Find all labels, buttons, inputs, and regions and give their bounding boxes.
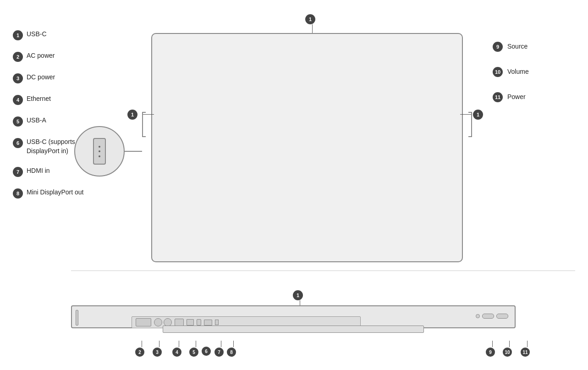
badge-right-1: 1 <box>473 110 483 120</box>
page: 1 USB-C 2 AC power 3 DC power 4 Ethernet… <box>0 0 588 370</box>
zoom-inner <box>93 138 106 165</box>
badge-left-1: 1 <box>127 110 137 120</box>
btn-pill-10 <box>482 314 494 319</box>
badge-bottom-10: 10 <box>503 348 512 357</box>
bottom-badge-1: 1 <box>293 290 303 300</box>
top-section: 1 USB-C 2 AC power 3 DC power 4 Ethernet… <box>0 0 588 266</box>
label-text-3: DC power <box>27 73 55 82</box>
port-minidp <box>215 320 219 325</box>
label-text-2: AC power <box>27 51 55 61</box>
right-side-badge-area: 1 <box>460 109 487 120</box>
badge-4: 4 <box>13 95 23 105</box>
bottom-section: 1 <box>0 275 588 370</box>
zoom-dot-3 <box>99 155 100 157</box>
label-item-8: 8 Mini DisplayPort out <box>13 188 123 199</box>
bottom-label-5: 5 <box>189 341 202 357</box>
bottom-label-11: 11 <box>521 341 533 357</box>
badge-bottom-8: 8 <box>227 348 236 357</box>
left-labels: 1 USB-C 2 AC power 3 DC power 4 Ethernet… <box>13 30 123 210</box>
badge-bottom-4: 4 <box>172 348 181 357</box>
badge-10: 10 <box>493 67 503 77</box>
label-item-3: 3 DC power <box>13 73 123 83</box>
badge-bottom-6: 6 <box>202 347 211 356</box>
badge-bottom-2: 2 <box>135 348 144 357</box>
badge-2: 2 <box>13 52 23 62</box>
label-item-1: 1 USB-C <box>13 30 123 40</box>
right-label-item-11: 11 Power <box>493 92 575 102</box>
badge-top-1: 1 <box>305 14 315 24</box>
line-10 <box>509 341 510 347</box>
line-2 <box>142 341 142 347</box>
line-8 <box>233 341 234 347</box>
device-body <box>71 305 516 328</box>
label-item-2: 2 AC power <box>13 51 123 62</box>
device-stand <box>163 326 424 333</box>
bottom-label-2: 2 <box>135 341 148 357</box>
label-text-7: HDMI in <box>27 166 50 176</box>
label-item-5: 5 USB-A <box>13 116 123 127</box>
badge-5: 5 <box>13 116 23 127</box>
port-usbc <box>197 319 201 326</box>
line-4 <box>179 341 179 347</box>
bottom-label-10: 10 <box>503 341 516 357</box>
bottom-label-9: 9 <box>486 341 499 357</box>
port-dc-1 <box>154 318 162 326</box>
badge-bottom-3: 3 <box>153 348 162 357</box>
bottom-label-4: 4 <box>172 341 185 357</box>
zoom-circle <box>74 126 125 177</box>
badge-3: 3 <box>13 73 23 83</box>
port-hdmi <box>204 320 212 326</box>
right-side-line <box>460 114 471 115</box>
badge-6: 6 <box>13 138 23 148</box>
label-text-10: Volume <box>507 67 529 77</box>
right-labels: 9 Source 10 Volume 11 Power <box>493 41 575 117</box>
zoom-dot-1 <box>99 146 100 148</box>
label-text-8: Mini DisplayPort out <box>27 188 84 197</box>
badge-9: 9 <box>493 42 503 52</box>
bottom-device-diagram: 1 <box>71 289 516 348</box>
badge-bottom-9: 9 <box>486 348 495 357</box>
badge-bottom-7: 7 <box>214 348 224 357</box>
badge-8: 8 <box>13 188 23 199</box>
bottom-label-6: 6 <box>202 346 214 356</box>
port-ethernet <box>175 319 184 326</box>
display-diagram: 1 1 1 <box>151 14 463 271</box>
btn-circle-9 <box>476 314 480 318</box>
line-3 <box>159 341 159 347</box>
label-text-5: USB-A <box>27 116 46 125</box>
badge-11: 11 <box>493 92 503 102</box>
btn-pill-11 <box>496 314 508 319</box>
right-label-item-10: 10 Volume <box>493 66 575 77</box>
line-11 <box>527 341 528 347</box>
badge-bottom-11: 11 <box>521 348 530 357</box>
device-left-detail <box>76 310 78 326</box>
badge-bottom-5: 5 <box>189 348 198 357</box>
divider-line <box>71 271 575 271</box>
label-text-1: USB-C <box>27 30 47 39</box>
badge-1: 1 <box>13 30 23 40</box>
line-9 <box>492 341 493 347</box>
badge-7: 7 <box>13 167 23 177</box>
zoom-dot-2 <box>99 150 100 152</box>
port-usba <box>187 319 194 326</box>
bottom-label-3: 3 <box>153 341 165 357</box>
right-label-item-9: 9 Source <box>493 41 575 52</box>
left-side-line <box>143 114 154 115</box>
display-outer <box>151 33 463 262</box>
label-text-9: Source <box>507 42 528 51</box>
label-text-6: USB-C (supportsDisplayPort in) <box>27 138 75 155</box>
label-text-4: Ethernet <box>27 94 51 104</box>
zoom-connect-line <box>125 151 142 152</box>
line-5 <box>196 341 196 347</box>
line-7 <box>221 341 221 347</box>
left-side-badge-area: 1 <box>127 109 154 120</box>
bottom-label-8: 8 <box>227 341 240 357</box>
bottom-label-7: 7 <box>214 341 227 357</box>
label-item-4: 4 Ethernet <box>13 94 123 105</box>
device-right-buttons <box>476 314 508 319</box>
port-ac <box>136 318 151 326</box>
label-text-11: Power <box>507 93 526 102</box>
